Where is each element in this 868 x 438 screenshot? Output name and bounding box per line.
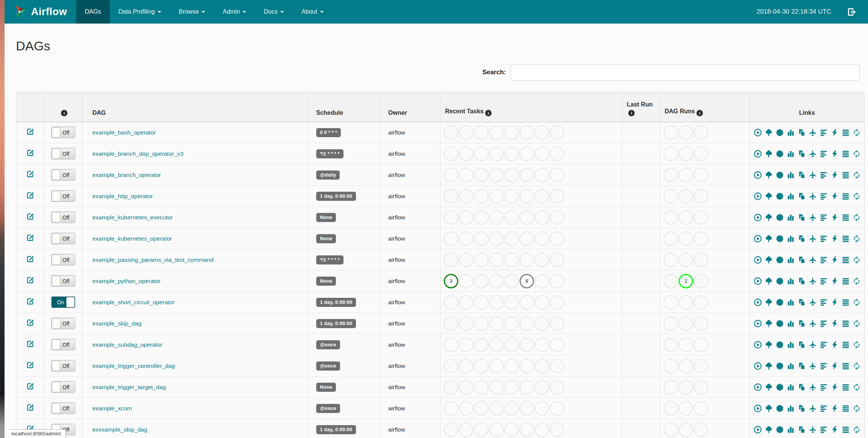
airflow-brand[interactable]: Airflow [5,0,76,23]
recent-task-circle[interactable] [444,232,458,246]
gantt-icon[interactable]: Gantt View [820,235,828,243]
graph-view-icon[interactable]: Graph View [776,235,784,243]
tree-view-icon[interactable]: Tree View [765,256,773,264]
recent-task-circle[interactable] [489,274,504,288]
header-last-run[interactable]: Last Runi [622,92,660,122]
recent-task-circle[interactable] [520,125,534,140]
dag-pause-toggle[interactable]: Off [51,381,75,393]
recent-task-circle[interactable] [489,422,504,437]
recent-task-circle[interactable] [535,210,549,225]
tree-view-icon[interactable]: Tree View [765,213,773,222]
recent-task-circle[interactable] [489,147,504,161]
recent-task-circle[interactable] [504,147,519,161]
recent-task-circle[interactable] [459,401,473,416]
dag-run-circle[interactable] [663,253,678,267]
task-duration-icon[interactable]: Task Duration [787,383,795,391]
recent-task-circle[interactable] [535,147,549,161]
dag-run-circle[interactable] [663,401,678,416]
logs-icon[interactable]: Logs [841,235,850,243]
edit-dag-icon[interactable] [27,276,34,284]
recent-task-circle[interactable] [474,338,489,352]
dag-run-circle[interactable] [679,232,693,246]
code-view-icon[interactable]: Code View [831,362,839,370]
recent-task-circle[interactable] [535,253,549,267]
logs-icon[interactable]: Logs [841,171,850,179]
gantt-icon[interactable]: Gantt View [820,256,828,264]
recent-task-circle[interactable] [474,295,489,310]
gantt-icon[interactable]: Gantt View [820,362,828,370]
dag-run-circle[interactable] [663,125,678,140]
refresh-icon[interactable]: Refresh [852,150,861,158]
recent-task-circle[interactable] [489,338,504,352]
tree-view-icon[interactable]: Tree View [765,150,773,158]
graph-view-icon[interactable]: Graph View [776,213,784,222]
tree-view-icon[interactable]: Tree View [765,319,773,328]
refresh-icon[interactable]: Refresh [852,213,861,222]
landing-times-icon[interactable]: Landing Times [809,362,817,370]
landing-times-icon[interactable]: Landing Times [809,425,817,434]
refresh-icon[interactable]: Refresh [852,256,861,264]
recent-task-circle[interactable] [504,274,519,288]
edit-dag-icon[interactable] [27,361,34,369]
tree-view-icon[interactable]: Tree View [765,298,773,307]
logs-icon[interactable]: Logs [841,362,850,370]
recent-task-circle[interactable] [474,168,489,182]
recent-task-circle[interactable] [459,147,473,161]
recent-task-circle[interactable] [474,189,489,203]
recent-task-circle[interactable] [550,338,564,352]
trigger-dag-icon[interactable]: Trigger Dag [754,213,762,222]
recent-task-circle[interactable] [444,380,458,394]
recent-task-circle[interactable] [535,316,549,331]
landing-times-icon[interactable]: Landing Times [809,128,817,137]
trigger-dag-icon[interactable]: Trigger Dag [754,298,762,307]
dag-run-circle[interactable] [679,210,693,225]
dag-name-link[interactable]: example_branch_operator [83,172,161,178]
nav-item-dags[interactable]: DAGs [76,0,110,23]
recent-task-circle[interactable] [535,125,549,140]
code-view-icon[interactable]: Code View [831,213,839,222]
recent-task-circle[interactable] [459,232,473,246]
recent-task-circle[interactable] [474,125,489,140]
code-view-icon[interactable]: Code View [831,256,839,264]
recent-task-circle[interactable] [474,401,489,416]
recent-task-circle[interactable] [504,422,519,437]
recent-task-circle[interactable] [489,168,504,182]
gantt-icon[interactable]: Gantt View [820,192,828,200]
graph-view-icon[interactable]: Graph View [776,362,784,370]
edit-dag-icon[interactable] [27,404,34,411]
graph-view-icon[interactable]: Graph View [776,298,784,307]
trigger-dag-icon[interactable]: Trigger Dag [754,383,762,391]
recent-task-circle[interactable] [520,359,534,373]
dag-run-circle[interactable] [663,380,678,394]
dag-run-circle[interactable] [679,316,693,331]
code-view-icon[interactable]: Code View [831,298,839,307]
recent-task-circle[interactable] [535,359,549,373]
trigger-dag-icon[interactable]: Trigger Dag [754,341,762,349]
dag-run-circle[interactable]: 1 [679,274,693,288]
dag-name-link[interactable]: example_skip_dag [83,320,141,327]
trigger-dag-icon[interactable]: Trigger Dag [754,128,762,137]
task-duration-icon[interactable]: Task Duration [787,150,795,158]
dag-name-link[interactable]: exxxample_skip_dag [83,426,147,433]
edit-dag-icon[interactable] [27,149,34,157]
tree-view-icon[interactable]: Tree View [765,277,773,285]
recent-task-circle[interactable] [520,253,534,267]
edit-dag-icon[interactable] [27,234,34,242]
recent-task-circle[interactable] [535,274,549,288]
dag-run-circle[interactable] [679,253,693,267]
gantt-icon[interactable]: Gantt View [820,128,828,137]
task-duration-icon[interactable]: Task Duration [787,319,795,328]
recent-task-circle[interactable] [444,210,458,225]
task-tries-icon[interactable]: Task Tries [798,128,806,137]
gantt-icon[interactable]: Gantt View [820,277,828,285]
dag-run-circle[interactable] [679,359,693,373]
recent-task-circle[interactable] [550,232,564,246]
edit-dag-icon[interactable] [27,255,34,263]
header-dag-runs[interactable]: DAG Runsi [660,92,750,122]
dag-pause-toggle[interactable]: Off [51,402,75,414]
task-duration-icon[interactable]: Task Duration [787,425,795,434]
recent-task-circle[interactable] [550,401,564,416]
logs-icon[interactable]: Logs [841,192,850,200]
nav-item-about[interactable]: About [293,0,333,23]
dag-run-circle[interactable] [694,189,708,203]
